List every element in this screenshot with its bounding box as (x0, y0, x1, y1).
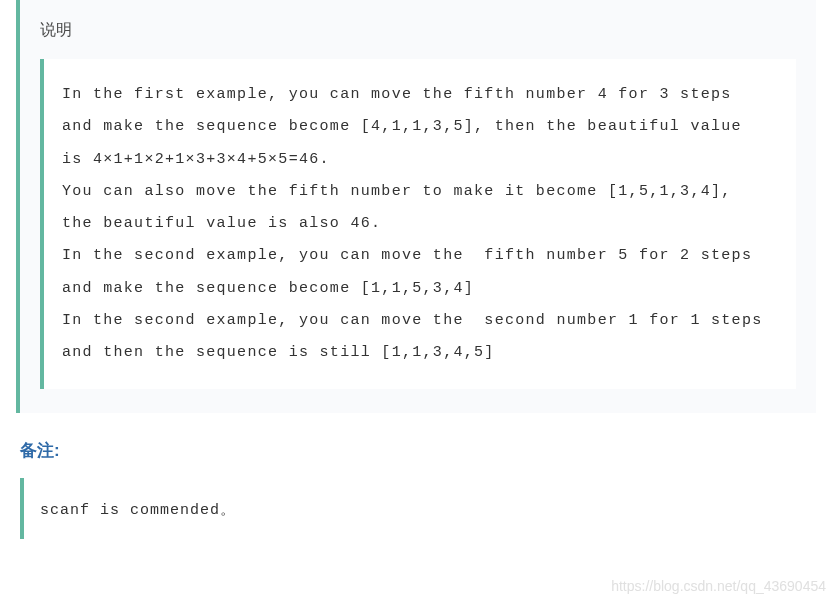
remark-box: scanf is commended。 (20, 478, 816, 539)
remark-text: scanf is commended。 (40, 500, 796, 519)
section-title: 说明 (20, 0, 816, 59)
remark-title: 备注: (20, 439, 832, 462)
explanation-section: 说明 In the first example, you can move th… (16, 0, 816, 413)
explanation-text: In the first example, you can move the f… (62, 79, 772, 369)
watermark: https://blog.csdn.net/qq_43690454 (611, 578, 826, 594)
explanation-content-box: In the first example, you can move the f… (40, 59, 796, 389)
